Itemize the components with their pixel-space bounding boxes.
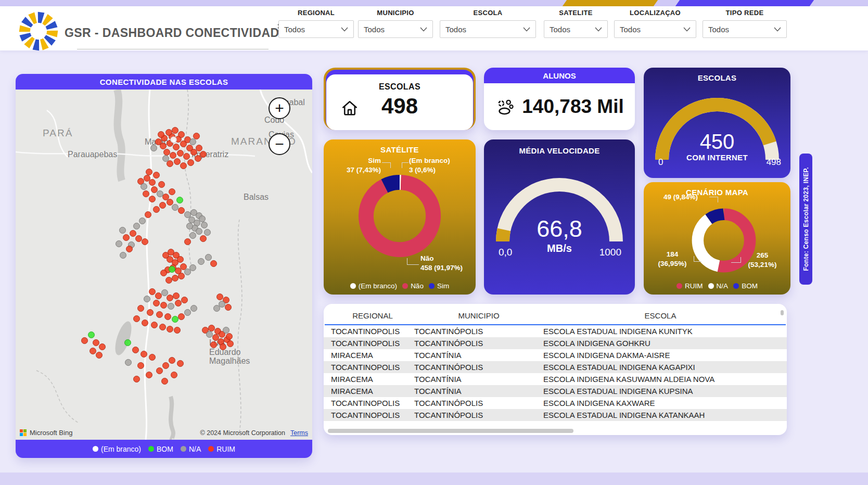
- school-dot[interactable]: [149, 354, 156, 361]
- school-dot[interactable]: [159, 324, 166, 330]
- school-dot[interactable]: [147, 309, 154, 316]
- school-dot[interactable]: [142, 238, 148, 245]
- school-dot[interactable]: [126, 246, 133, 252]
- map-canvas[interactable]: PARÁParauapebasMarabáImperatrizMARANHÃOC…: [16, 90, 312, 440]
- school-dot[interactable]: [186, 223, 193, 229]
- school-dot[interactable]: [157, 190, 163, 197]
- school-dot[interactable]: [225, 304, 232, 311]
- school-dot[interactable]: [135, 235, 142, 242]
- table-vertical-scrollbar[interactable]: [781, 310, 784, 315]
- school-dot[interactable]: [172, 127, 178, 134]
- school-dot[interactable]: [210, 260, 217, 267]
- table-header-municipio[interactable]: MUNICIPIO: [414, 311, 543, 320]
- school-dot[interactable]: [200, 235, 207, 242]
- school-dot[interactable]: [96, 352, 103, 359]
- filter-dropdown-municipio[interactable]: Todos: [358, 20, 433, 38]
- school-dot[interactable]: [151, 322, 158, 328]
- school-dot[interactable]: [177, 150, 184, 157]
- school-dot[interactable]: [90, 348, 96, 354]
- school-dot[interactable]: [164, 313, 171, 320]
- school-dot[interactable]: [161, 289, 168, 296]
- school-dot[interactable]: [177, 360, 184, 367]
- school-dot[interactable]: [189, 264, 196, 271]
- table-row[interactable]: TOCANTINOPOLISTOCANTINÓPOLISESCOLA ESTAD…: [324, 409, 787, 421]
- school-dot[interactable]: [177, 256, 184, 263]
- school-dot[interactable]: [133, 223, 140, 229]
- school-dot[interactable]: [155, 138, 162, 145]
- school-dot[interactable]: [139, 218, 146, 224]
- filter-dropdown-tipo-rede[interactable]: Todos: [703, 20, 787, 38]
- school-dot[interactable]: [216, 293, 223, 300]
- table-row[interactable]: TOCANTINOPOLISTOCANTINÓPOLISESCOLA ESTAD…: [324, 325, 787, 337]
- school-dot[interactable]: [208, 325, 215, 331]
- school-dot[interactable]: [171, 372, 177, 378]
- school-dot[interactable]: [178, 273, 185, 279]
- school-dot[interactable]: [183, 153, 190, 160]
- school-dot[interactable]: [143, 190, 149, 197]
- school-dot[interactable]: [201, 222, 208, 228]
- school-dot[interactable]: [189, 232, 196, 239]
- school-dot[interactable]: [184, 238, 191, 245]
- table-horizontal-scrollbar[interactable]: [328, 429, 573, 433]
- school-dot[interactable]: [153, 300, 160, 307]
- school-dot[interactable]: [165, 277, 172, 284]
- school-dot[interactable]: [167, 199, 173, 206]
- school-dot[interactable]: [170, 152, 176, 159]
- school-dot[interactable]: [168, 303, 174, 310]
- school-dot[interactable]: [178, 313, 185, 320]
- school-dot[interactable]: [170, 136, 177, 143]
- school-dot[interactable]: [169, 266, 175, 273]
- school-dot[interactable]: [200, 151, 207, 158]
- school-dot[interactable]: [124, 339, 131, 346]
- school-dot[interactable]: [88, 331, 95, 338]
- school-dot[interactable]: [206, 331, 213, 338]
- school-dot[interactable]: [125, 359, 132, 366]
- school-dot[interactable]: [160, 302, 167, 309]
- school-dot[interactable]: [178, 207, 185, 214]
- school-dot[interactable]: [153, 206, 160, 213]
- school-dot[interactable]: [226, 333, 233, 340]
- school-dot[interactable]: [144, 296, 150, 302]
- school-dot[interactable]: [175, 300, 182, 307]
- school-dot[interactable]: [172, 275, 178, 282]
- school-dot[interactable]: [116, 240, 122, 247]
- school-dot[interactable]: [123, 234, 130, 241]
- school-dot[interactable]: [220, 343, 226, 350]
- school-dot[interactable]: [196, 145, 202, 151]
- school-dot[interactable]: [141, 183, 147, 190]
- school-dot[interactable]: [153, 172, 160, 178]
- school-dot[interactable]: [155, 292, 162, 299]
- school-dot[interactable]: [162, 155, 169, 162]
- school-dot[interactable]: [156, 311, 163, 318]
- school-dot[interactable]: [146, 169, 152, 175]
- school-dot[interactable]: [210, 341, 217, 348]
- school-dot[interactable]: [172, 316, 178, 323]
- school-dot[interactable]: [223, 327, 229, 334]
- school-dot[interactable]: [189, 138, 196, 145]
- school-dot[interactable]: [167, 295, 173, 301]
- school-dot[interactable]: [174, 158, 181, 165]
- school-dot[interactable]: [149, 179, 156, 186]
- school-dot[interactable]: [156, 367, 163, 374]
- school-dot[interactable]: [133, 315, 140, 322]
- school-dot[interactable]: [213, 305, 220, 312]
- filter-dropdown-satelite[interactable]: Todos: [544, 20, 608, 38]
- school-dot[interactable]: [158, 131, 164, 138]
- school-dot[interactable]: [119, 227, 126, 234]
- school-dot[interactable]: [81, 337, 88, 344]
- table-row[interactable]: MIRACEMATOCANTÍNIAESCOLA INDIGENA KASUWA…: [324, 373, 787, 385]
- school-dot[interactable]: [132, 347, 139, 353]
- school-dot[interactable]: [173, 144, 180, 150]
- school-dot[interactable]: [151, 186, 158, 193]
- school-dot[interactable]: [169, 357, 175, 364]
- school-dot[interactable]: [181, 297, 188, 303]
- school-dot[interactable]: [167, 326, 173, 333]
- school-dot[interactable]: [190, 305, 197, 312]
- school-dot[interactable]: [146, 372, 152, 378]
- school-dot[interactable]: [133, 376, 140, 382]
- school-dot[interactable]: [162, 362, 169, 369]
- school-dot[interactable]: [158, 181, 165, 188]
- school-dot[interactable]: [142, 320, 148, 326]
- school-dot[interactable]: [205, 254, 212, 261]
- school-dot[interactable]: [204, 229, 211, 236]
